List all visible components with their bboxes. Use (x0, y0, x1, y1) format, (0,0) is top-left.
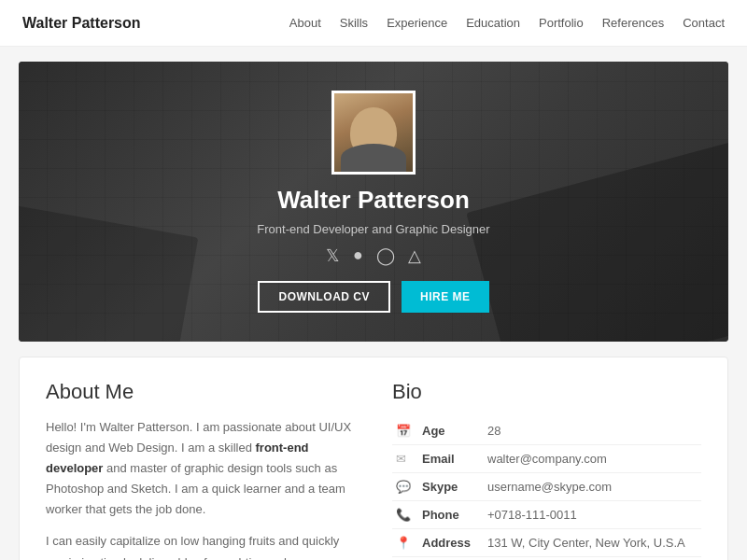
bio-label: Age (418, 417, 484, 445)
hero-content: Walter Patterson Front-end Developer and… (257, 91, 489, 313)
bio-value: walter@company.com (484, 445, 701, 473)
about-title: About Me (46, 380, 355, 404)
nav-link-contact[interactable]: Contact (683, 16, 725, 30)
about-left-panel: About Me Hello! I'm Walter Patterson. I … (46, 380, 355, 560)
twitter-icon[interactable]: 𝕏 (326, 245, 340, 266)
bio-value: 131 W, City Center, New York, U.S.A (484, 529, 701, 557)
bio-row: 📞 Phone +0718-111-0011 (392, 501, 701, 529)
bio-label: Email (418, 445, 484, 473)
bio-title: Bio (392, 380, 701, 404)
bio-icon: 💬 (392, 473, 418, 501)
bio-icon: 📞 (392, 501, 418, 529)
hero-buttons: DOWNLOAD CV HIRE ME (258, 281, 488, 313)
hero-title: Front-end Developer and Graphic Designer (257, 222, 489, 236)
nav-link-experience[interactable]: Experience (387, 16, 447, 30)
bio-icon: 📅 (392, 417, 418, 445)
bio-label: Skype (418, 473, 484, 501)
nav-link-about[interactable]: About (289, 16, 321, 30)
bio-value: 28 (484, 417, 701, 445)
nav-link-references[interactable]: References (602, 16, 664, 30)
bio-row: 💬 Skype username@skype.com (392, 473, 701, 501)
bio-icon: ✉ (392, 445, 418, 473)
bio-icon: 📍 (392, 529, 418, 557)
facebook-icon[interactable]: ● (353, 245, 363, 266)
avatar-image (334, 93, 413, 172)
navbar: Walter Patterson AboutSkillsExperienceEd… (0, 0, 747, 47)
hero-name: Walter Patterson (277, 186, 470, 215)
bio-label: Phone (418, 501, 484, 529)
download-cv-button[interactable]: DOWNLOAD CV (258, 281, 390, 313)
nav-brand: Walter Patterson (22, 15, 141, 32)
about-para1: Hello! I'm Walter Patterson. I am passio… (46, 417, 355, 520)
instagram-icon[interactable]: ◯ (376, 245, 395, 266)
hero-section: Walter Patterson Front-end Developer and… (19, 62, 728, 342)
nav-link-skills[interactable]: Skills (340, 16, 368, 30)
nav-link-education[interactable]: Education (466, 16, 520, 30)
about-section: About Me Hello! I'm Walter Patterson. I … (19, 357, 728, 560)
bio-row: 📍 Address 131 W, City Center, New York, … (392, 529, 701, 557)
about-para2: I can easily capitalize on low hanging f… (46, 531, 355, 560)
bio-value: username@skype.com (484, 473, 701, 501)
nav-link-portfolio[interactable]: Portfolio (539, 16, 584, 30)
bio-row: ✉ Email walter@company.com (392, 445, 701, 473)
bio-label: Address (418, 529, 484, 557)
hero-socials: 𝕏 ● ◯ △ (326, 245, 421, 266)
avatar (331, 91, 416, 175)
github-icon[interactable]: △ (408, 245, 421, 266)
bio-table: 📅 Age 28 ✉ Email walter@company.com 💬 Sk… (392, 417, 701, 557)
bio-value: +0718-111-0011 (484, 501, 701, 529)
bio-row: 📅 Age 28 (392, 417, 701, 445)
hire-me-button[interactable]: HIRE ME (402, 281, 489, 313)
nav-links: AboutSkillsExperienceEducationPortfolioR… (289, 16, 725, 30)
bio-panel: Bio 📅 Age 28 ✉ Email walter@company.com … (392, 380, 701, 560)
